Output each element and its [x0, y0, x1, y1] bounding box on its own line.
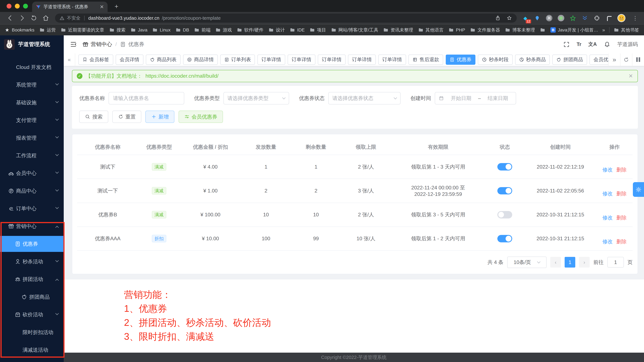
- coupon-type-select[interactable]: 请选择优惠券类型: [224, 92, 289, 104]
- bookmark-folder[interactable]: IDE: [290, 27, 305, 33]
- sidebar-menu-item[interactable]: 系统管理: [0, 77, 64, 93]
- edit-link[interactable]: 修改: [602, 191, 613, 196]
- language-icon[interactable]: 文A: [588, 41, 597, 48]
- extension-star-icon[interactable]: [570, 15, 576, 22]
- bookmark-folder[interactable]: 文件服务器: [470, 27, 500, 33]
- sidebar-menu-item[interactable]: 秒杀活动: [0, 254, 64, 270]
- sidebar-menu-item[interactable]: Cloud 开发文档: [0, 59, 64, 75]
- tags-scroll-left-icon[interactable]: «: [64, 54, 75, 66]
- extensions-puzzle-icon[interactable]: [594, 15, 600, 22]
- sidebar-menu-item[interactable]: 订单中心: [0, 201, 64, 216]
- status-toggle[interactable]: [497, 187, 512, 195]
- tags-refresh-icon[interactable]: [620, 54, 632, 66]
- bookmark-folder[interactable]: 近期需要读的文章: [61, 27, 104, 33]
- bookmark-folder[interactable]: 软件/硬件: [237, 27, 264, 33]
- tag-view-tab[interactable]: 会员优惠券: [590, 55, 608, 65]
- goto-page-input[interactable]: [608, 257, 624, 267]
- bookmark-folder[interactable]: Linux: [152, 27, 170, 33]
- add-button[interactable]: 新增: [145, 111, 174, 123]
- notice-link[interactable]: https://doc.iocoder.cn/mall/build/: [146, 73, 218, 79]
- bookmark-folder[interactable]: 设计: [268, 27, 285, 33]
- current-page-button[interactable]: 1: [565, 257, 575, 267]
- page-size-select[interactable]: 10条/页: [507, 257, 546, 268]
- start-date-placeholder[interactable]: 开始日期: [447, 95, 475, 102]
- notification-bell-icon[interactable]: [604, 41, 610, 48]
- sidebar-menu-item[interactable]: 支付管理: [0, 112, 64, 128]
- window-zoom-button[interactable]: [23, 4, 28, 9]
- reset-button[interactable]: 重置: [112, 111, 141, 123]
- bookmarks-overflow-chevron[interactable]: »: [602, 27, 605, 33]
- coupon-name-input[interactable]: [108, 92, 184, 104]
- forward-icon[interactable]: [18, 15, 26, 22]
- sidebar-menu-item[interactable]: 拼团活动: [0, 271, 64, 287]
- tag-view-tab[interactable]: 订单详情: [378, 55, 406, 65]
- notice-close-icon[interactable]: ✕: [628, 73, 633, 79]
- tags-layout-icon[interactable]: [632, 54, 644, 66]
- next-page-button[interactable]: ›: [579, 257, 590, 267]
- tag-view-tab[interactable]: 会员详情: [116, 55, 144, 65]
- sidebar-menu-item[interactable]: 报表管理: [0, 130, 64, 146]
- bookmark-folder[interactable]: 项目: [310, 27, 326, 33]
- settings-fab[interactable]: [633, 182, 644, 197]
- window-minimize-button[interactable]: [15, 4, 20, 9]
- sidebar-menu-item[interactable]: 会员中心: [0, 165, 64, 181]
- extension-recorder-icon[interactable]: [558, 15, 564, 22]
- bookmark-star-icon[interactable]: [506, 15, 512, 21]
- tag-view-tab[interactable]: 优惠券: [446, 55, 476, 65]
- bookmark-folder[interactable]: 搜索: [109, 27, 126, 33]
- tab-close-icon[interactable]: ✕: [100, 4, 104, 10]
- coupon-status-select[interactable]: 请选择优惠券状态: [328, 92, 400, 104]
- sidebar-menu-item[interactable]: 基础设施: [0, 95, 64, 111]
- status-toggle[interactable]: [497, 163, 512, 171]
- extension-tampermonkey-icon[interactable]: ◆12: [522, 15, 529, 22]
- edit-link[interactable]: 修改: [602, 215, 613, 221]
- status-toggle[interactable]: [497, 211, 512, 218]
- font-size-icon[interactable]: Tr: [577, 42, 582, 47]
- delete-link[interactable]: 删除: [616, 239, 627, 244]
- tag-view-tab[interactable]: 订单详情: [258, 55, 285, 65]
- user-name[interactable]: 芋道源码: [618, 41, 638, 48]
- tag-view-tab[interactable]: 订单详情: [288, 55, 316, 65]
- tag-view-tab[interactable]: 拼团商品: [552, 55, 587, 65]
- app-logo[interactable]: 芋道管理系统: [0, 35, 64, 54]
- bookmarks-label[interactable]: Bookmarks: [12, 28, 34, 33]
- bookmark-folder[interactable]: Java: [130, 27, 148, 33]
- sidebar-menu-item[interactable]: 满减送活动: [0, 342, 64, 358]
- bookmark-folder[interactable]: 游戏: [215, 27, 232, 33]
- browser-tab[interactable]: 芋道管理系统 - 优惠券 ✕: [32, 2, 108, 12]
- tag-view-tab[interactable]: 订单详情: [348, 55, 376, 65]
- tag-view-tab[interactable]: 秒杀时段: [478, 55, 512, 65]
- delete-link[interactable]: 删除: [616, 191, 627, 196]
- extension-vue-devtools-icon[interactable]: [582, 15, 588, 22]
- bookmark-folder[interactable]: 其他语言: [418, 27, 444, 33]
- window-close-button[interactable]: [6, 4, 12, 9]
- tag-view-tab[interactable]: 售后退款: [408, 55, 443, 65]
- bookmark-folder[interactable]: 前端: [194, 27, 210, 33]
- tag-view-tab[interactable]: 秒杀商品: [515, 55, 550, 65]
- delete-link[interactable]: 删除: [616, 215, 627, 221]
- status-toggle[interactable]: [497, 235, 512, 242]
- sidebar-menu-item[interactable]: 优惠券: [0, 236, 64, 252]
- bookmark-folder[interactable]: 网站/博客/文章/工具: [331, 27, 378, 33]
- edit-link[interactable]: 修改: [602, 167, 613, 173]
- bookmark-site[interactable]: B Java开发 | 小组首…: [550, 27, 598, 33]
- back-icon[interactable]: [6, 15, 14, 22]
- sidebar-menu-item[interactable]: 拼团商品: [0, 289, 64, 305]
- extension-command-icon[interactable]: ⌘: [546, 15, 552, 22]
- prev-page-button[interactable]: ‹: [550, 257, 561, 267]
- date-range-picker[interactable]: 开始日期 – 结束日期: [435, 92, 516, 104]
- bookmark-folder[interactable]: 运营: [39, 27, 56, 33]
- sidebar-menu-item[interactable]: 砍价活动: [0, 307, 64, 323]
- tag-view-tab[interactable]: 商品详情: [183, 55, 218, 65]
- tag-view-tab[interactable]: 商品列表: [146, 55, 180, 65]
- new-tab-button[interactable]: ＋: [114, 2, 120, 10]
- address-bar[interactable]: 不安全 dashboard-vue3.yudao.iocoder.cn /pro…: [55, 14, 517, 23]
- home-icon[interactable]: [42, 15, 49, 22]
- bookmark-folder[interactable]: 博客未整理: [505, 27, 535, 33]
- security-label[interactable]: 不安全: [67, 15, 80, 21]
- bookmark-folder[interactable]: DB: [176, 27, 189, 33]
- tag-view-tab[interactable]: 订单列表: [220, 55, 255, 65]
- end-date-placeholder[interactable]: 结束日期: [484, 95, 512, 102]
- sidebar-menu-item[interactable]: 营销中心: [0, 218, 64, 234]
- sidebar-menu-item[interactable]: 限时折扣活动: [0, 324, 64, 340]
